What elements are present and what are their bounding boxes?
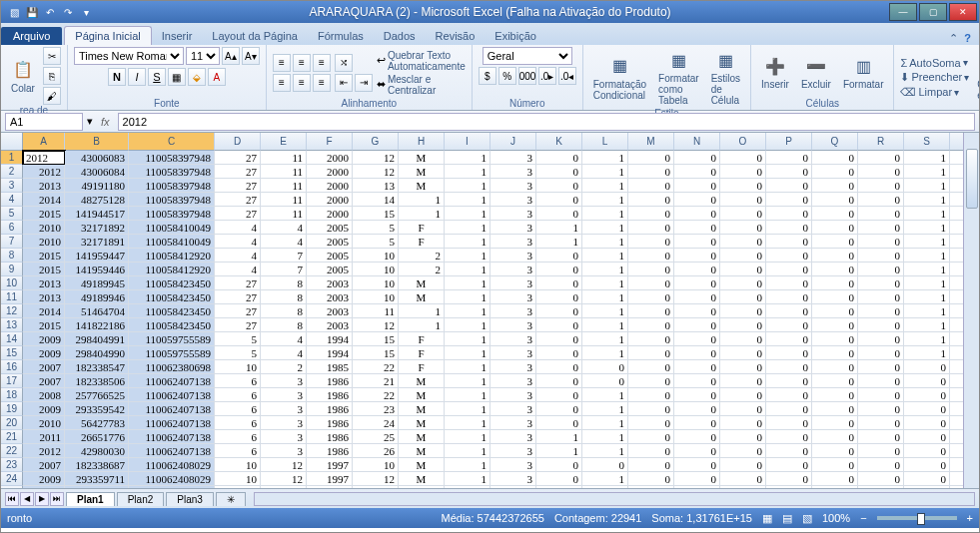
cell[interactable]: 0 bbox=[536, 458, 582, 472]
cell[interactable]: 1 bbox=[904, 165, 950, 179]
cell[interactable]: 0 bbox=[674, 276, 720, 290]
col-header[interactable]: Q bbox=[812, 133, 858, 151]
new-sheet-button[interactable]: ✳ bbox=[216, 492, 246, 506]
cell[interactable]: 1994 bbox=[307, 346, 353, 360]
cell[interactable]: 0 bbox=[904, 360, 950, 374]
view-layout-icon[interactable]: ▤ bbox=[782, 512, 792, 525]
cell[interactable]: 1 bbox=[445, 486, 490, 488]
cell[interactable]: 0 bbox=[812, 249, 858, 263]
cell[interactable]: 0 bbox=[766, 332, 812, 346]
cell[interactable]: 0 bbox=[812, 207, 858, 221]
cell[interactable]: 0 bbox=[628, 402, 674, 416]
cell[interactable]: 2007 bbox=[23, 458, 65, 472]
cell[interactable]: 3 bbox=[490, 207, 536, 221]
cell[interactable]: 4 bbox=[261, 221, 307, 235]
cell[interactable]: 2010 bbox=[23, 221, 65, 235]
cell[interactable]: 43006083 bbox=[65, 151, 129, 165]
cell[interactable]: 0 bbox=[858, 416, 904, 430]
cell[interactable]: 0 bbox=[628, 472, 674, 486]
cell[interactable]: 27 bbox=[215, 165, 261, 179]
cell[interactable]: 3 bbox=[490, 235, 536, 249]
cell[interactable]: 141959446 bbox=[65, 263, 129, 276]
cell[interactable]: 1 bbox=[445, 318, 490, 332]
cell[interactable]: 0 bbox=[766, 360, 812, 374]
delete-cells-button[interactable]: ➖Excluir bbox=[797, 53, 835, 92]
cell[interactable]: 0 bbox=[812, 179, 858, 193]
qat-more-icon[interactable]: ▾ bbox=[79, 5, 93, 19]
cell[interactable]: 5 bbox=[215, 346, 261, 360]
merge-center-button[interactable]: ⬌Mesclar e Centralizar bbox=[377, 74, 466, 96]
cell[interactable]: M bbox=[399, 165, 445, 179]
cell[interactable]: 0 bbox=[904, 458, 950, 472]
cell[interactable]: 3 bbox=[490, 430, 536, 444]
cell[interactable]: 0 bbox=[766, 221, 812, 235]
cell[interactable]: 5 bbox=[353, 235, 399, 249]
row-header[interactable]: 9 bbox=[1, 263, 23, 276]
cell[interactable]: 0 bbox=[812, 388, 858, 402]
cell[interactable]: 1997 bbox=[307, 472, 353, 486]
cell[interactable]: 0 bbox=[858, 235, 904, 249]
cell[interactable]: 0 bbox=[766, 430, 812, 444]
col-header[interactable]: J bbox=[490, 133, 536, 151]
comma-icon[interactable]: 000 bbox=[518, 67, 536, 85]
cell[interactable]: 27 bbox=[215, 290, 261, 304]
cell[interactable]: 10 bbox=[215, 458, 261, 472]
cell[interactable]: 1 bbox=[399, 193, 445, 207]
align-center-icon[interactable]: ≡ bbox=[293, 74, 311, 92]
cell[interactable]: 0 bbox=[858, 304, 904, 318]
col-header[interactable]: N bbox=[674, 133, 720, 151]
cell[interactable]: 8 bbox=[261, 290, 307, 304]
cell[interactable]: 27 bbox=[215, 304, 261, 318]
cell[interactable]: 0 bbox=[812, 304, 858, 318]
cell[interactable]: 3 bbox=[261, 388, 307, 402]
cell[interactable]: 0 bbox=[536, 276, 582, 290]
cell[interactable]: 1986 bbox=[307, 416, 353, 430]
cell[interactable]: 23 bbox=[353, 402, 399, 416]
bold-button[interactable]: N bbox=[108, 68, 126, 86]
cell[interactable]: 1 bbox=[445, 416, 490, 430]
cell[interactable]: 110059755589 bbox=[129, 332, 215, 346]
cell[interactable]: 1 bbox=[445, 346, 490, 360]
row-header[interactable]: 25 bbox=[1, 486, 23, 488]
cell[interactable]: 1 bbox=[582, 416, 628, 430]
col-header[interactable]: D bbox=[215, 133, 261, 151]
row-header[interactable]: 13 bbox=[1, 318, 23, 332]
cell[interactable]: 14 bbox=[353, 193, 399, 207]
cell[interactable]: 10 bbox=[215, 472, 261, 486]
tab-data[interactable]: Dados bbox=[374, 27, 426, 45]
cell[interactable]: 110062407138 bbox=[129, 444, 215, 458]
cell[interactable]: 0 bbox=[628, 221, 674, 235]
cell[interactable]: 0 bbox=[812, 374, 858, 388]
cell[interactable]: 0 bbox=[766, 263, 812, 276]
cell[interactable]: 1 bbox=[582, 486, 628, 488]
row-header[interactable]: 3 bbox=[1, 179, 23, 193]
cell-styles-button[interactable]: ▦Estilos de Célula bbox=[707, 47, 744, 108]
cell[interactable]: 2010 bbox=[23, 416, 65, 430]
minimize-button[interactable]: — bbox=[889, 3, 917, 21]
cell[interactable]: 0 bbox=[858, 486, 904, 488]
cell[interactable]: 0 bbox=[766, 235, 812, 249]
zoom-level[interactable]: 100% bbox=[822, 512, 850, 524]
cell[interactable]: 0 bbox=[720, 151, 766, 165]
cell[interactable]: 0 bbox=[628, 304, 674, 318]
cell[interactable]: 1 bbox=[904, 346, 950, 360]
cell[interactable]: 182338506 bbox=[65, 374, 129, 388]
row-header[interactable]: 2 bbox=[1, 165, 23, 179]
cell[interactable]: 2014 bbox=[23, 193, 65, 207]
cell[interactable]: 0 bbox=[858, 276, 904, 290]
cell[interactable]: 0 bbox=[812, 444, 858, 458]
cell[interactable]: 0 bbox=[858, 179, 904, 193]
cell[interactable]: 3 bbox=[490, 276, 536, 290]
redo-icon[interactable]: ↷ bbox=[61, 5, 75, 19]
row-header[interactable]: 20 bbox=[1, 416, 23, 430]
cell[interactable]: 0 bbox=[628, 458, 674, 472]
cell[interactable]: 0 bbox=[674, 402, 720, 416]
cell[interactable]: 1 bbox=[445, 235, 490, 249]
row-header[interactable]: 14 bbox=[1, 332, 23, 346]
cell[interactable]: 1 bbox=[904, 207, 950, 221]
col-header[interactable]: B bbox=[65, 133, 129, 151]
cell[interactable]: 3 bbox=[490, 360, 536, 374]
cell[interactable]: 110058397948 bbox=[129, 207, 215, 221]
tab-review[interactable]: Revisão bbox=[426, 27, 486, 45]
cell[interactable]: 24 bbox=[353, 416, 399, 430]
